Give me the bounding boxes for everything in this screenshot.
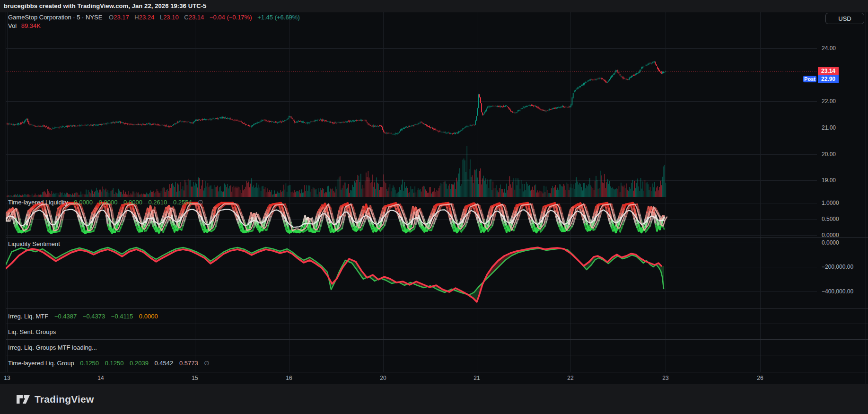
indicator-value: 0.0000 (74, 199, 93, 206)
time-axis-label: 21 (473, 375, 480, 381)
price-axis-label: 0.5000 (822, 216, 839, 222)
post-market-badge: Post (803, 76, 816, 82)
indicator-label: Irreg. Liq. MTF (8, 313, 48, 320)
price-axis-label: 22.00 (822, 98, 836, 105)
price-axis-label: 19.00 (822, 177, 836, 184)
indicator-label: Liq. Sent. Groups (8, 328, 56, 335)
indicator-value: 0.4542 (154, 360, 173, 367)
empty-set-icon: ∅ (198, 199, 203, 206)
indicator-value: 0.2554 (173, 199, 192, 206)
indicator-value: 0.1250 (105, 360, 124, 367)
time-axis-label: 14 (97, 375, 104, 381)
time-axis-label: 20 (380, 375, 386, 381)
tradingview-chart-window: brucegibbs created with TradingView.com,… (0, 0, 868, 414)
time-axis-label: 15 (192, 375, 198, 381)
footer-bar (0, 384, 868, 414)
indicator-legend-liquidity-sentiment[interactable]: Liquidity Sentiment (8, 240, 60, 247)
indicator-legend-irreg-liq-groups-mtf[interactable]: Irreg. Liq. Groups MTF loading... (8, 344, 97, 351)
indicator-value: −0.4373 (83, 313, 105, 320)
indicator-value: −0.4387 (54, 313, 77, 320)
volume-legend[interactable]: Vol 89.34K (8, 22, 41, 29)
currency-button[interactable]: USD (825, 13, 864, 24)
tradingview-wordmark: TradingView (35, 394, 94, 405)
empty-set-icon: ∅ (204, 360, 209, 367)
extended-change-value: +1.45 (+6.69%) (257, 14, 300, 21)
open-label: O (109, 14, 114, 21)
indicator-legend-time-layered-liquidity[interactable]: Time-layered Liquidity 0.0000 0.0000 0.0… (8, 199, 203, 206)
price-axis-label: 0.0000 (822, 239, 839, 246)
indicator-value: 0.1250 (80, 360, 99, 367)
post-price-tag: 22.90 (818, 75, 839, 83)
open-value: 23.17 (114, 14, 129, 21)
volume-label: Vol (8, 22, 17, 29)
time-axis-label: 13 (4, 375, 10, 381)
last-price-tag: 23.14 (818, 67, 839, 75)
close-value: 23.14 (189, 14, 204, 21)
high-value: 23.24 (139, 14, 155, 21)
symbol-legend[interactable]: GameStop Corporation · 5 · NYSE O23.17 H… (8, 14, 300, 21)
change-value: −0.04 (−0.17%) (210, 14, 252, 21)
indicator-value: 0.5773 (179, 360, 198, 367)
tradingview-logo-icon (16, 393, 30, 405)
indicator-label: Irreg. Liq. Groups MTF loading... (8, 344, 97, 351)
time-axis-label: 23 (662, 375, 668, 381)
indicator-value: 0.2610 (148, 199, 167, 206)
time-axis-label: 16 (286, 375, 292, 381)
close-label: C (184, 14, 188, 21)
high-label: H (134, 14, 139, 21)
volume-value: 89.34K (21, 22, 41, 29)
symbol-title: GameStop Corporation · 5 · NYSE (8, 14, 102, 21)
indicator-value: 0.0000 (139, 313, 158, 320)
price-axis-label: 24.00 (822, 45, 836, 52)
indicator-label: Time-layered Liq. Group (8, 360, 74, 367)
price-axis-label: 21.00 (822, 124, 836, 131)
indicator-label: Time-layered Liquidity (8, 199, 68, 206)
time-axis-label: 22 (567, 375, 573, 381)
time-axis-label: 26 (757, 375, 763, 381)
indicator-value: −0.4115 (111, 313, 133, 320)
price-axis-label: 1.0000 (822, 200, 839, 206)
indicator-value: 0.0000 (123, 199, 142, 206)
price-axis-label: 20.00 (822, 151, 836, 158)
indicator-value: 0.0000 (99, 199, 118, 206)
indicator-legend-time-layered-liq-group[interactable]: Time-layered Liq. Group 0.1250 0.1250 0.… (8, 360, 210, 367)
indicator-label: Liquidity Sentiment (8, 240, 60, 247)
indicator-value: 0.2039 (130, 360, 149, 367)
price-axis-label: −200,000.00 (822, 264, 853, 270)
tradingview-brand: TradingView (16, 393, 94, 405)
header-bar: brucegibbs created with TradingView.com,… (0, 0, 868, 12)
indicator-legend-irreg-liq-mtf[interactable]: Irreg. Liq. MTF −0.4387 −0.4373 −0.4115 … (8, 313, 158, 320)
header-credit: brucegibbs created with TradingView.com,… (4, 2, 206, 9)
price-axis-label: 0.0000 (822, 232, 839, 238)
price-axis-label: −400,000.00 (822, 288, 853, 295)
chart-canvas[interactable] (0, 0, 868, 414)
indicator-legend-liq-sent-groups[interactable]: Liq. Sent. Groups (8, 328, 56, 335)
low-value: 23.10 (163, 14, 179, 21)
